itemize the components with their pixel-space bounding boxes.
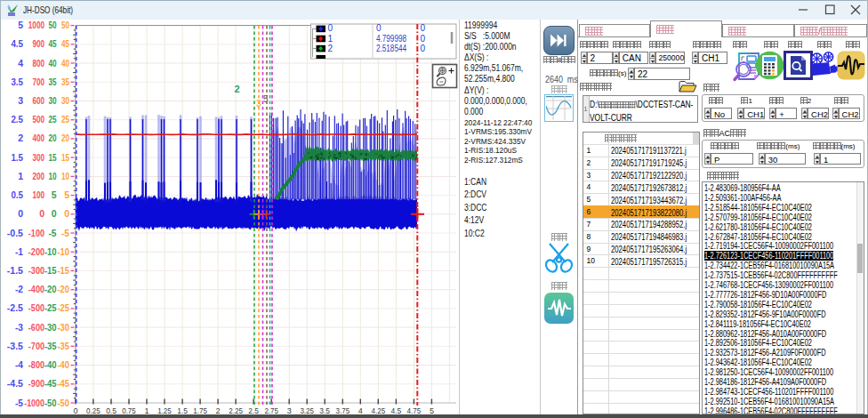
svg-text:-800: -800 bbox=[28, 359, 44, 370]
svg-text:0: 0 bbox=[52, 208, 57, 219]
svg-text:3: 3 bbox=[256, 99, 261, 109]
svg-text:0.25: 0.25 bbox=[86, 406, 100, 415]
svg-text:-3: -3 bbox=[15, 322, 23, 333]
svg-text:-4.5: -4.5 bbox=[7, 378, 23, 389]
svg-text:2.5: 2.5 bbox=[248, 406, 259, 415]
svg-text:0: 0 bbox=[421, 34, 426, 44]
svg-text:-40: -40 bbox=[44, 359, 57, 370]
svg-text:0.5: 0.5 bbox=[106, 406, 117, 415]
svg-text:-15: -15 bbox=[44, 265, 57, 276]
svg-text:20: 20 bbox=[61, 133, 69, 143]
svg-text:800: 800 bbox=[32, 58, 44, 68]
svg-text:0.5: 0.5 bbox=[11, 189, 23, 200]
svg-text:35: 35 bbox=[48, 76, 56, 87]
svg-text:5: 5 bbox=[18, 20, 23, 30]
svg-text:-50: -50 bbox=[44, 398, 57, 408]
svg-text:-45: -45 bbox=[44, 378, 57, 389]
svg-text:-25: -25 bbox=[44, 302, 57, 313]
svg-text:30: 30 bbox=[61, 95, 69, 106]
svg-text:-35: -35 bbox=[57, 341, 69, 351]
svg-text:3: 3 bbox=[287, 406, 292, 415]
svg-text:-3.5: -3.5 bbox=[7, 341, 23, 351]
svg-text:4.75: 4.75 bbox=[407, 406, 422, 415]
svg-text:2.5: 2.5 bbox=[11, 114, 23, 125]
svg-text:2: 2 bbox=[216, 406, 221, 415]
svg-text:-15: -15 bbox=[57, 265, 69, 276]
svg-text:-300: -300 bbox=[28, 265, 44, 276]
svg-text:2.518544: 2.518544 bbox=[376, 44, 406, 53]
svg-text:-5: -5 bbox=[61, 228, 69, 238]
svg-text:-400: -400 bbox=[28, 284, 44, 294]
svg-text:-25: -25 bbox=[57, 302, 69, 313]
svg-text:1000: 1000 bbox=[28, 20, 44, 30]
svg-text:45: 45 bbox=[61, 38, 69, 49]
svg-text:35: 35 bbox=[61, 76, 69, 87]
svg-text:3.25: 3.25 bbox=[300, 406, 314, 415]
svg-text:-20: -20 bbox=[57, 284, 69, 294]
svg-text:5: 5 bbox=[430, 406, 434, 415]
svg-text:1.75: 1.75 bbox=[193, 406, 207, 415]
svg-text:-600: -600 bbox=[28, 322, 44, 333]
svg-text:0: 0 bbox=[421, 44, 426, 53]
svg-text:4: 4 bbox=[358, 406, 363, 415]
svg-text:2: 2 bbox=[18, 133, 23, 143]
svg-text:1.5: 1.5 bbox=[11, 152, 23, 163]
svg-text:300: 300 bbox=[32, 152, 44, 163]
svg-text:-30: -30 bbox=[57, 322, 69, 333]
svg-text:-1000: -1000 bbox=[24, 398, 44, 408]
svg-text:25: 25 bbox=[61, 114, 69, 125]
svg-text:3.5: 3.5 bbox=[319, 406, 330, 415]
svg-text:0: 0 bbox=[376, 23, 382, 33]
svg-text:15: 15 bbox=[61, 152, 69, 163]
svg-text:40: 40 bbox=[61, 58, 69, 68]
svg-text:1: 1 bbox=[328, 34, 334, 44]
svg-text:900: 900 bbox=[32, 38, 44, 49]
svg-text:0: 0 bbox=[64, 208, 69, 219]
svg-text:-50: -50 bbox=[57, 398, 69, 408]
svg-text:5: 5 bbox=[52, 189, 57, 200]
svg-text:-45: -45 bbox=[57, 378, 69, 389]
svg-text:30: 30 bbox=[48, 95, 56, 106]
svg-text:-10: -10 bbox=[44, 246, 57, 257]
svg-text:4.5: 4.5 bbox=[391, 406, 402, 415]
svg-text:0: 0 bbox=[18, 208, 23, 219]
svg-text:0.75: 0.75 bbox=[122, 406, 136, 415]
svg-text:-30: -30 bbox=[44, 322, 57, 333]
svg-text:-40: -40 bbox=[57, 359, 69, 370]
svg-text:-900: -900 bbox=[28, 378, 44, 389]
svg-text:0: 0 bbox=[39, 208, 44, 219]
svg-text:-0.5: -0.5 bbox=[7, 228, 23, 238]
svg-text:50: 50 bbox=[61, 20, 69, 30]
svg-text:-2.5: -2.5 bbox=[7, 302, 23, 313]
svg-text:20: 20 bbox=[48, 133, 56, 143]
svg-text:10: 10 bbox=[48, 171, 56, 181]
svg-text:-20: -20 bbox=[44, 284, 57, 294]
svg-text:-200: -200 bbox=[28, 246, 44, 257]
svg-text:-35: -35 bbox=[44, 341, 57, 351]
svg-text:45: 45 bbox=[48, 38, 56, 49]
svg-text:15: 15 bbox=[48, 152, 56, 163]
svg-text:-4: -4 bbox=[15, 359, 23, 370]
svg-text:0: 0 bbox=[421, 23, 426, 33]
svg-text:25: 25 bbox=[48, 114, 56, 125]
svg-text:3: 3 bbox=[18, 95, 23, 106]
svg-text:2.75: 2.75 bbox=[264, 406, 278, 415]
svg-text:200: 200 bbox=[32, 171, 44, 181]
svg-text:1: 1 bbox=[18, 171, 23, 181]
svg-text:-100: -100 bbox=[28, 228, 44, 238]
svg-text:500: 500 bbox=[32, 114, 44, 125]
svg-text:3.5: 3.5 bbox=[11, 76, 23, 87]
svg-text:4: 4 bbox=[18, 58, 23, 68]
svg-text:-500: -500 bbox=[28, 302, 44, 313]
svg-text:10: 10 bbox=[61, 171, 69, 181]
svg-text:2: 2 bbox=[235, 84, 240, 94]
svg-text:-1: -1 bbox=[15, 246, 23, 257]
svg-text:5: 5 bbox=[263, 94, 269, 104]
svg-text:0: 0 bbox=[328, 23, 334, 33]
svg-text:1: 1 bbox=[144, 406, 149, 415]
svg-text:100: 100 bbox=[32, 189, 44, 200]
svg-text:4.25: 4.25 bbox=[372, 406, 386, 415]
svg-text:4.5: 4.5 bbox=[11, 38, 23, 49]
svg-text:400: 400 bbox=[32, 133, 44, 143]
svg-text:-1.5: -1.5 bbox=[7, 265, 23, 276]
